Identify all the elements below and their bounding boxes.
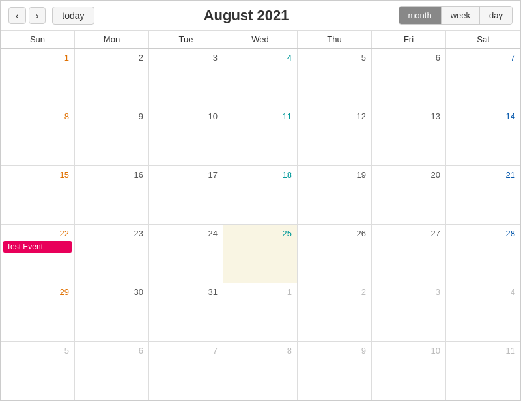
cal-cell[interactable]: 22Test Event	[1, 225, 75, 283]
event-bar[interactable]: Test Event	[3, 241, 72, 253]
cal-cell[interactable]: 10	[372, 342, 446, 400]
dow-header: Fri	[372, 31, 446, 48]
view-switcher: month week day	[399, 6, 513, 25]
cal-cell[interactable]: 11	[446, 342, 520, 400]
cal-cell[interactable]: 10	[149, 107, 223, 166]
day-num: 1	[226, 286, 294, 298]
day-num: 4	[226, 51, 294, 64]
dow-header: Thu	[298, 31, 372, 48]
cal-cell[interactable]: 20	[372, 166, 446, 225]
day-num: 6	[374, 51, 443, 64]
day-num: 29	[3, 286, 72, 298]
cal-cell[interactable]: 3	[149, 49, 223, 107]
calendar-header: ‹ › today August 2021 month week day	[1, 1, 520, 31]
day-num: 5	[3, 344, 72, 357]
day-num: 30	[77, 286, 146, 298]
dow-header: Mon	[75, 31, 149, 48]
dow-header: Sat	[446, 31, 520, 48]
cal-cell[interactable]: 3	[372, 283, 446, 342]
cal-cell[interactable]: 2	[75, 49, 149, 107]
cal-cell[interactable]: 27	[372, 225, 446, 283]
day-num: 13	[374, 110, 443, 122]
day-num: 19	[300, 169, 369, 181]
cal-cell[interactable]: 17	[149, 166, 223, 225]
cal-cell[interactable]: 11	[223, 107, 298, 166]
cal-cell[interactable]: 5	[298, 49, 372, 107]
day-view-button[interactable]: day	[480, 7, 512, 24]
day-num: 3	[374, 286, 443, 298]
cal-cell[interactable]: 6	[75, 342, 149, 400]
day-num: 12	[300, 110, 369, 122]
day-num: 8	[3, 110, 72, 122]
cal-cell[interactable]: 2	[298, 283, 372, 342]
cal-cell[interactable]: 8	[223, 342, 298, 400]
dow-header: Sun	[1, 31, 75, 48]
cal-cell[interactable]: 4	[446, 283, 520, 342]
day-num: 2	[300, 286, 369, 298]
day-num: 24	[152, 227, 220, 240]
day-num: 8	[226, 344, 294, 357]
cal-cell[interactable]: 8	[1, 107, 75, 166]
cal-cell[interactable]: 7	[446, 49, 520, 107]
cal-cell[interactable]: 1	[223, 283, 298, 342]
month-title: August 2021	[204, 7, 289, 24]
day-num: 25	[226, 227, 294, 240]
cal-cell[interactable]: 26	[298, 225, 372, 283]
cal-cell[interactable]: 24	[149, 225, 223, 283]
cal-cell[interactable]: 31	[149, 283, 223, 342]
cal-cell[interactable]: 29	[1, 283, 75, 342]
day-num: 27	[374, 227, 443, 240]
day-num: 11	[226, 110, 294, 122]
cal-cell[interactable]: 23	[75, 225, 149, 283]
cal-cell[interactable]: 15	[1, 166, 75, 225]
week-view-button[interactable]: week	[442, 7, 480, 24]
day-num: 17	[152, 169, 220, 181]
day-num: 4	[449, 286, 518, 298]
day-num: 9	[77, 110, 146, 122]
day-num: 20	[374, 169, 443, 181]
cal-cell[interactable]: 4	[223, 49, 298, 107]
day-num: 11	[449, 344, 518, 357]
cal-cell[interactable]: 25	[223, 225, 298, 283]
day-num: 5	[300, 51, 369, 64]
day-num: 23	[77, 227, 146, 240]
day-num: 31	[152, 286, 220, 298]
day-num: 22	[3, 227, 72, 240]
cal-cell[interactable]: 18	[223, 166, 298, 225]
cal-cell[interactable]: 21	[446, 166, 520, 225]
nav-group: ‹ › today	[8, 7, 94, 25]
dow-row: SunMonTueWedThuFriSat	[1, 31, 520, 49]
calendar: ‹ › today August 2021 month week day Sun…	[0, 0, 521, 401]
day-num: 28	[449, 227, 518, 240]
cal-cell[interactable]: 9	[298, 342, 372, 400]
cal-grid: 12345678910111213141516171819202122Test …	[1, 49, 520, 400]
day-num: 26	[300, 227, 369, 240]
cal-cell[interactable]: 14	[446, 107, 520, 166]
cal-cell[interactable]: 9	[75, 107, 149, 166]
day-num: 16	[77, 169, 146, 181]
dow-header: Wed	[223, 31, 298, 48]
month-view-button[interactable]: month	[399, 7, 442, 24]
cal-cell[interactable]: 6	[372, 49, 446, 107]
cal-cell[interactable]: 13	[372, 107, 446, 166]
cal-cell[interactable]: 1	[1, 49, 75, 107]
cal-cell[interactable]: 28	[446, 225, 520, 283]
day-num: 9	[300, 344, 369, 357]
cal-cell[interactable]: 12	[298, 107, 372, 166]
day-num: 2	[77, 51, 146, 64]
day-num: 1	[3, 51, 72, 64]
today-button[interactable]: today	[52, 7, 94, 25]
day-num: 6	[77, 344, 146, 357]
cal-cell[interactable]: 5	[1, 342, 75, 400]
day-num: 10	[374, 344, 443, 357]
day-num: 18	[226, 169, 294, 181]
cal-cell[interactable]: 19	[298, 166, 372, 225]
cal-cell[interactable]: 7	[149, 342, 223, 400]
day-num: 7	[449, 51, 518, 64]
prev-button[interactable]: ‹	[8, 7, 26, 24]
day-num: 3	[152, 51, 220, 64]
day-num: 10	[152, 110, 220, 122]
next-button[interactable]: ›	[29, 7, 46, 24]
cal-cell[interactable]: 16	[75, 166, 149, 225]
cal-cell[interactable]: 30	[75, 283, 149, 342]
